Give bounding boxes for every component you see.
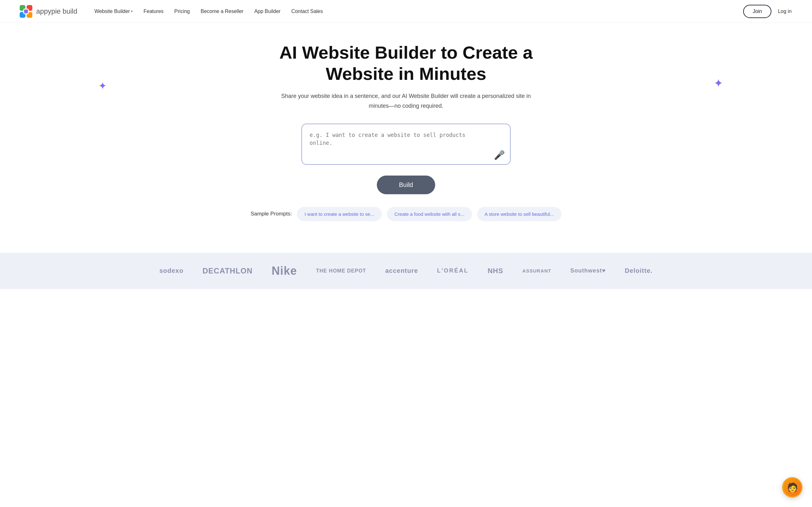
nav-app-builder[interactable]: App Builder bbox=[250, 6, 285, 17]
dropdown-arrow-icon: ▾ bbox=[131, 9, 133, 13]
brand-sodexo: sodexo bbox=[159, 267, 183, 274]
brand-decathlon: DECATHLON bbox=[202, 267, 252, 275]
brand-southwest: Southwest♥ bbox=[570, 268, 606, 274]
join-button[interactable]: Join bbox=[743, 5, 771, 18]
brand-loreal: L'ORÉAL bbox=[437, 268, 468, 274]
brand-accenture: accenture bbox=[385, 267, 418, 274]
nav-pricing[interactable]: Pricing bbox=[170, 6, 194, 17]
logo-text: appypie build bbox=[36, 7, 78, 15]
sample-prompts-row: Sample Prompts: I want to create a websi… bbox=[251, 207, 561, 221]
brand-nike: Nike bbox=[271, 264, 297, 278]
brand-deloitte: Deloitte. bbox=[625, 267, 653, 274]
chat-bubble[interactable]: 🧑 bbox=[782, 477, 803, 498]
hero-title: AI Website Builder to Create a Website i… bbox=[263, 42, 549, 84]
svg-rect-5 bbox=[24, 9, 28, 13]
nav-website-builder[interactable]: Website Builder ▾ bbox=[90, 6, 137, 17]
brand-strip: sodexo DECATHLON Nike THE HOME DEPOT acc… bbox=[0, 253, 812, 289]
nav-contact-sales[interactable]: Contact Sales bbox=[287, 6, 327, 17]
chat-avatar: 🧑 bbox=[783, 478, 802, 497]
logo[interactable]: appypie build bbox=[19, 4, 78, 18]
hero-subtitle: Share your website idea in a sentence, a… bbox=[279, 91, 533, 111]
brand-nhs: NHS bbox=[488, 267, 503, 275]
search-container: 🎤 bbox=[301, 124, 511, 166]
navbar: appypie build Website Builder ▾ Features… bbox=[0, 0, 812, 23]
build-button[interactable]: Build bbox=[377, 176, 435, 194]
nav-left: appypie build Website Builder ▾ Features… bbox=[19, 4, 327, 18]
nav-right: Join Log in bbox=[743, 5, 793, 18]
sample-prompts-label: Sample Prompts: bbox=[251, 211, 292, 217]
prompt-chip-2[interactable]: Create a food website with all s... bbox=[387, 207, 472, 221]
brand-assurant: ASSURANT bbox=[522, 268, 551, 274]
prompt-chip-1[interactable]: I want to create a website to se... bbox=[297, 207, 382, 221]
sparkle-right-icon: ✦ bbox=[714, 77, 723, 90]
sparkle-left-icon: ✦ bbox=[98, 80, 107, 92]
login-button[interactable]: Log in bbox=[776, 6, 793, 17]
logo-icon bbox=[19, 4, 33, 18]
nav-features[interactable]: Features bbox=[139, 6, 168, 17]
nav-reseller[interactable]: Become a Reseller bbox=[196, 6, 248, 17]
prompt-chip-3[interactable]: A store website to sell beautiful... bbox=[477, 207, 561, 221]
website-idea-input[interactable] bbox=[301, 124, 511, 165]
brand-homedepot: THE HOME DEPOT bbox=[316, 268, 366, 274]
hero-section: ✦ ✦ AI Website Builder to Create a Websi… bbox=[0, 23, 812, 253]
nav-links: Website Builder ▾ Features Pricing Becom… bbox=[90, 6, 327, 17]
mic-icon[interactable]: 🎤 bbox=[494, 150, 505, 160]
